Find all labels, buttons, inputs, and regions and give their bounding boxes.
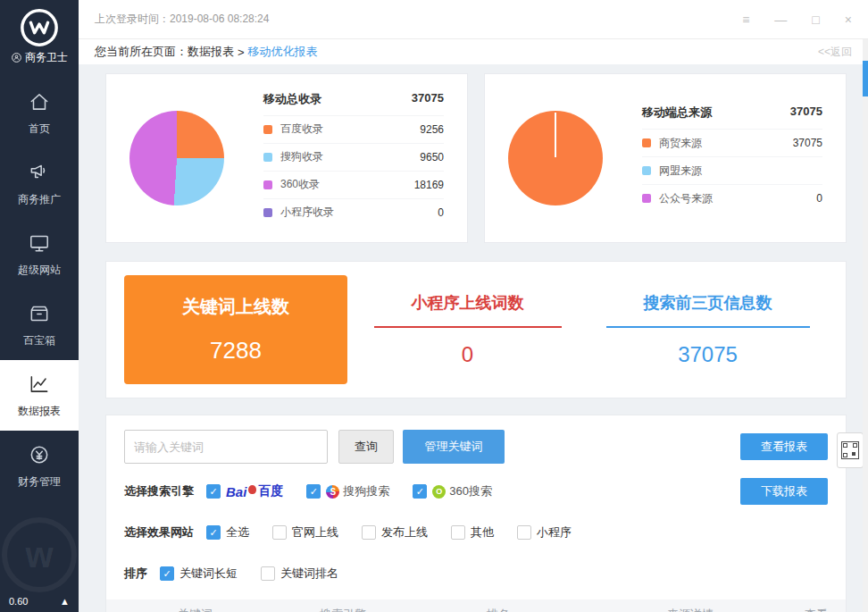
qr-code-icon (841, 441, 859, 459)
sidebar-item-promotion[interactable]: 商务推广 (0, 148, 79, 219)
baidu-paw-icon (248, 485, 256, 494)
sort-length-option[interactable]: 关键词长短 (160, 566, 238, 582)
mobile-index-pie-chart (129, 111, 224, 205)
sort-row-label: 排序 (124, 566, 147, 582)
mobile-source-chart-card: 移动端总来源 37075 商贸来源 37075 网盟来源 (484, 73, 847, 243)
manage-keywords-button[interactable]: 管理关键词 (403, 430, 505, 464)
table-header: 关键词 搜索引擎 排名 来源详情 查看 (106, 599, 846, 612)
maximize-button[interactable]: □ (812, 13, 819, 27)
mobile-index-legend: 移动总收录 37075 百度收录 9256 搜狗收录 9650 (263, 91, 444, 226)
breadcrumb-separator: > (238, 46, 245, 59)
legend-title: 移动端总来源 (642, 105, 712, 121)
engine-sogou-option[interactable]: S 搜狗搜索 (306, 483, 389, 499)
keyword-input[interactable] (124, 430, 328, 464)
stat-value: 7288 (210, 337, 262, 365)
legend-item: 商贸来源 37075 (642, 129, 822, 156)
sogou-checkbox[interactable] (306, 484, 321, 499)
sidebar-item-data-reports[interactable]: 数据报表 (0, 360, 79, 431)
sidebar-item-label: 百宝箱 (0, 333, 79, 348)
site-publish-checkbox[interactable] (362, 525, 376, 540)
brand-badge-icon (11, 52, 22, 63)
site-all-checkbox[interactable] (206, 525, 221, 540)
site-other-checkbox[interactable] (451, 525, 465, 540)
legend-value: 37075 (793, 137, 822, 149)
query-button[interactable]: 查询 (338, 430, 394, 464)
legend-item: 小程序收录 0 (263, 198, 444, 226)
sort-rank-option[interactable]: 关键词排名 (261, 566, 338, 582)
stats-card: 关键词上线数 7288 小程序上线词数 0 搜索前三页信息数 37075 (105, 261, 847, 398)
engine-baidu-option[interactable]: Bai 百度 (206, 483, 283, 499)
sidebar-item-home[interactable]: 首页 (0, 78, 79, 148)
sidebar-item-finance[interactable]: 财务管理 (0, 431, 79, 501)
menu-icon[interactable]: ≡ (742, 13, 749, 27)
table-header-rank: 排名 (402, 607, 594, 612)
baidu-logo: Bai (226, 484, 246, 499)
back-link[interactable]: <<返回 (818, 45, 852, 60)
monitor-icon (28, 231, 51, 255)
legend-value: 18169 (414, 179, 444, 191)
table-header-view: 查看 (787, 607, 846, 612)
app-logo-icon (19, 7, 60, 48)
app-version: 0.60 (9, 596, 28, 607)
legend-value: 9256 (420, 123, 444, 136)
legend-label: 360收录 (280, 177, 320, 192)
sidebar-item-label: 财务管理 (0, 474, 79, 490)
filter-card: 查询 管理关键词 查看报表 选择搜索引擎 Bai 百度 S 搜狗搜索 (105, 415, 847, 612)
legend-label: 搜狗收录 (280, 149, 323, 164)
pie-divider (555, 113, 556, 157)
legend-label: 公众号来源 (659, 191, 713, 206)
mobile-index-chart-card: 移动总收录 37075 百度收录 9256 搜狗收录 9650 (105, 73, 468, 243)
app-name: 商务卫士 (25, 50, 68, 65)
close-button[interactable]: × (845, 13, 852, 27)
sidebar-item-toolbox[interactable]: 百宝箱 (0, 289, 79, 360)
stat-label: 小程序上线词数 (374, 292, 562, 328)
site-all-option[interactable]: 全选 (206, 524, 249, 541)
sidebar-footer: 0.60 ▲ (0, 596, 79, 607)
site-other-option[interactable]: 其他 (451, 524, 494, 541)
content: 移动总收录 37075 百度收录 9256 搜狗收录 9650 (79, 64, 868, 612)
home-icon (28, 90, 51, 113)
engine-360-option[interactable]: O 360搜索 (413, 483, 492, 499)
legend-swatch (263, 208, 272, 217)
site-miniprogram-option[interactable]: 小程序 (517, 524, 572, 541)
breadcrumb-current: 移动优化报表 (248, 44, 318, 60)
legend-label: 网盟来源 (659, 163, 702, 179)
view-report-button[interactable]: 查看报表 (740, 433, 828, 460)
table-header-keyword: 关键词 (106, 607, 284, 612)
so360-checkbox[interactable] (413, 484, 427, 499)
stat-label: 关键词上线数 (182, 295, 289, 319)
sidebar-item-label: 首页 (0, 122, 79, 137)
legend-value: 9650 (420, 151, 444, 163)
mobile-source-pie-chart (508, 111, 603, 205)
site-official-option[interactable]: 官网上线 (272, 524, 338, 541)
site-publish-option[interactable]: 发布上线 (362, 524, 428, 541)
sidebar: 商务卫士 首页 商务推广 超级网站 百宝箱 数据报表 财务管理 w 0.60 ▲ (0, 0, 79, 612)
stat-label: 搜索前三页信息数 (606, 292, 810, 328)
sort-row: 排序 关键词长短 关键词排名 (124, 560, 828, 587)
minimize-button[interactable]: — (774, 13, 787, 27)
site-row-label: 选择效果网站 (124, 524, 194, 541)
floating-qr-widget[interactable] (837, 432, 864, 468)
download-report-button[interactable]: 下载报表 (740, 478, 828, 505)
top3-pages-stat: 搜索前三页信息数 37075 (588, 292, 828, 367)
baidu-checkbox[interactable] (206, 484, 221, 499)
megaphone-icon (28, 161, 51, 184)
site-miniprogram-checkbox[interactable] (517, 525, 531, 540)
topbar: 上次登录时间：2019-08-06 08:28:24 ≡ — □ × (79, 0, 868, 39)
legend-swatch (642, 194, 651, 203)
table-header-source: 来源详情 (594, 607, 786, 612)
scrollbar-thumb[interactable] (863, 61, 868, 96)
legend-item: 搜狗收录 9650 (263, 143, 444, 171)
site-row: 选择效果网站 全选 官网上线 发布上线 其他 (124, 519, 828, 546)
sort-length-checkbox[interactable] (160, 566, 174, 581)
keywords-online-stat: 关键词上线数 7288 (124, 275, 347, 384)
collapse-up-icon[interactable]: ▲ (60, 596, 70, 607)
sidebar-item-super-site[interactable]: 超级网站 (0, 219, 79, 289)
legend-title: 移动总收录 (263, 91, 321, 107)
sort-rank-checkbox[interactable] (261, 566, 275, 581)
site-official-checkbox[interactable] (272, 525, 287, 540)
breadcrumb-section[interactable]: 数据报表 (188, 44, 234, 60)
legend-item: 360收录 18169 (263, 171, 444, 198)
so360-logo-icon: O (432, 485, 446, 499)
table-header-engine: 搜索引擎 (284, 607, 402, 612)
